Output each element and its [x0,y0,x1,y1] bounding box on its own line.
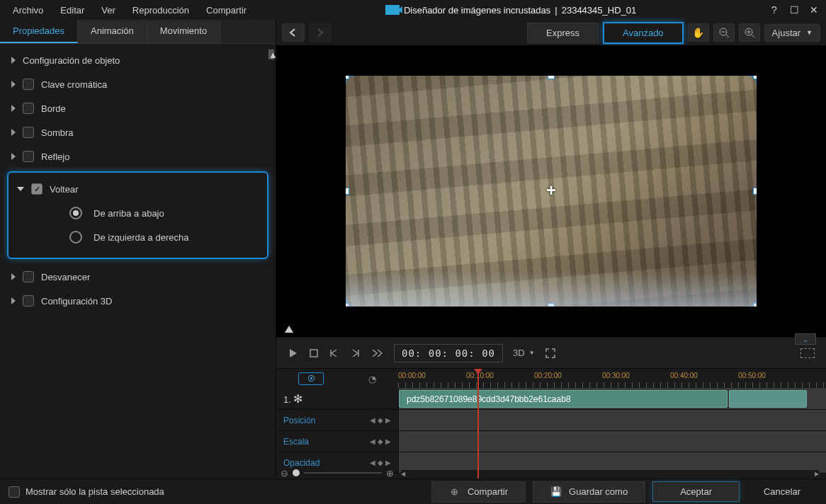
tick: 00:50:00 [738,372,766,379]
seek-marker-icon[interactable] [285,326,293,333]
stop-button[interactable] [309,348,319,358]
expand-icon [11,81,16,88]
help-button[interactable]: ? [768,4,781,16]
zoom-in[interactable] [739,23,760,42]
prev-frame-button[interactable] [329,348,340,358]
timecode[interactable]: 00: 00: 00: 00 [394,344,503,362]
expand-icon [11,297,16,304]
playhead[interactable] [477,369,479,479]
radio-icon[interactable] [69,231,82,244]
save-icon: 💾 [550,486,562,498]
tab-movimiento[interactable]: Movimiento [147,20,220,43]
timeline-scrollbar[interactable] [401,470,819,477]
asterisk-icon: ✻ [293,393,304,405]
menu-ver[interactable]: Ver [94,2,123,18]
tick: 00:10:00 [466,372,494,379]
keyframe-controls[interactable]: ◀ ◆ ▶ [370,416,391,424]
resize-handle[interactable] [548,76,555,79]
zoom-handle[interactable] [293,469,300,476]
title-designer: Diseñador de imágenes incrustadas [404,5,550,16]
close-button[interactable]: ✕ [808,4,820,16]
timeline: ⦿ ◔ 00:00:00 00:10:00 00:20:00 00:30:00 … [276,368,826,479]
radio-icon[interactable] [69,207,82,219]
voltear-opt-izq-der[interactable]: De izquierda a derecha [13,225,263,249]
track-posicion[interactable]: Posición◀ ◆ ▶ [276,410,826,431]
resize-handle[interactable] [346,303,349,307]
prop-desvanecer[interactable]: Desvanecer [3,265,276,289]
prop-reflejo[interactable]: Reflejo [3,144,276,168]
preview-clip[interactable]: + [346,76,757,307]
timeline-ruler[interactable]: 00:00:00 00:10:00 00:20:00 00:30:00 00:4… [398,369,826,389]
fullscreen-button[interactable] [545,348,556,359]
timeline-clip-2[interactable] [729,390,807,408]
track-escala[interactable]: Escala◀ ◆ ▶ [276,431,826,452]
checkbox-voltear[interactable] [31,183,43,195]
menu-archivo[interactable]: Archivo [6,2,50,18]
checkbox[interactable] [23,127,34,138]
voltear-opt-arriba-abajo[interactable]: De arriba a abajo [13,201,263,225]
tick: 00:40:00 [670,372,698,379]
clock-icon[interactable]: ◔ [368,374,376,384]
tick: 00:20:00 [534,372,562,379]
resize-handle[interactable] [753,188,757,195]
guardar-button[interactable]: 💾Guardar como [533,481,645,503]
prop-config-objeto[interactable]: Configuración de objeto [3,48,276,72]
svg-rect-7 [310,350,317,357]
menu-editar[interactable]: Editar [53,2,91,18]
expand-icon [11,57,16,64]
tick: 00:00:00 [398,372,426,379]
prop-voltear[interactable]: Voltear [13,177,263,201]
resize-handle[interactable] [548,303,555,307]
3d-dropdown[interactable]: 3D [513,348,535,358]
main-menu: Archivo Editar Ver Reproducción Comparti… [6,2,254,18]
aceptar-button[interactable]: Aceptar [652,481,740,502]
timeline-zoom[interactable]: ⊖ ⊕ [276,467,398,479]
checkbox[interactable] [23,79,34,90]
svg-line-4 [752,35,754,38]
safe-zone-icon[interactable] [800,348,815,358]
checkbox[interactable] [9,486,20,498]
resize-handle[interactable] [346,188,349,195]
back-button[interactable] [282,23,305,42]
tab-propiedades[interactable]: Propiedades [0,20,78,43]
collapse-chevron[interactable]: ⌄ [795,333,816,345]
maximize-button[interactable]: ☐ [788,4,800,16]
checkbox[interactable] [23,103,34,114]
menu-compartir[interactable]: Compartir [199,2,254,18]
resize-handle[interactable] [753,303,757,307]
prop-config-3d[interactable]: Configuración 3D [3,289,276,313]
window-title: Diseñador de imágenes incrustadas | 2334… [254,5,768,16]
forward-button[interactable] [309,23,332,42]
show-selected-checkbox[interactable]: Mostrar sólo la pista seleccionada [9,486,164,498]
compartir-button[interactable]: ⊕Compartir [431,481,526,503]
mode-express[interactable]: Express [527,23,599,43]
fast-forward-button[interactable] [371,348,384,358]
hand-tool[interactable]: ✋ [688,23,709,42]
timeline-clip[interactable]: pdz5b82671089e89cdd3d47bbb2e61caab8 [399,390,728,408]
fit-dropdown[interactable]: Ajustar [764,24,820,42]
prop-sombra[interactable]: Sombra [3,120,276,144]
resize-handle[interactable] [346,76,349,79]
track-main[interactable]: 1. ✻ pdz5b82671089e89cdd3d47bbb2e61caab8 [276,389,826,410]
cancelar-button[interactable]: Cancelar [747,482,817,501]
checkbox[interactable] [23,295,34,307]
tab-animacion[interactable]: Animación [78,20,147,43]
preview-area[interactable]: + [276,45,826,337]
checkbox[interactable] [23,271,34,282]
marker-button[interactable]: ⦿ [298,372,324,385]
prop-clave-cromatica[interactable]: Clave cromática [3,72,276,96]
scroll-thumb[interactable]: ▲ [268,50,274,59]
expand-icon [11,105,16,112]
play-button[interactable] [288,348,299,359]
left-panel: Propiedades Animación Movimiento ▲ Confi… [0,20,276,479]
prop-borde[interactable]: Borde [3,96,276,120]
keyframe-controls[interactable]: ◀ ◆ ▶ [370,459,391,466]
svg-line-1 [726,35,729,38]
menu-reproduccion[interactable]: Reproducción [125,2,196,18]
mode-avanzado[interactable]: Avanzado [603,22,684,44]
keyframe-controls[interactable]: ◀ ◆ ▶ [370,437,391,445]
resize-handle[interactable] [753,76,757,79]
next-frame-button[interactable] [350,348,361,358]
zoom-out[interactable] [713,23,735,42]
checkbox[interactable] [23,151,34,162]
